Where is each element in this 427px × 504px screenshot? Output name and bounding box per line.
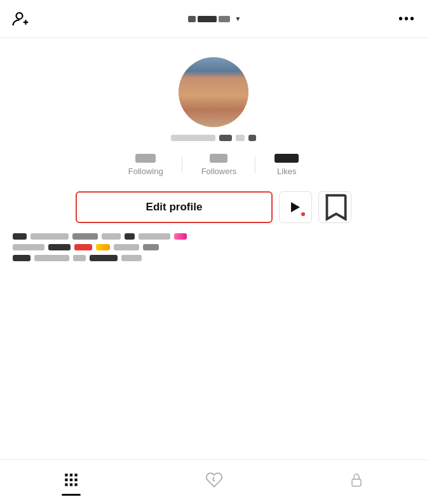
grid-icon bbox=[63, 472, 79, 488]
heart-broken-icon bbox=[205, 471, 223, 489]
svg-rect-9 bbox=[65, 483, 67, 486]
action-row: Edit profile bbox=[0, 191, 427, 223]
top-nav: ▼ ••• bbox=[0, 0, 427, 38]
following-label: Following bbox=[128, 167, 163, 176]
notification-dot bbox=[301, 212, 305, 216]
saved-button[interactable] bbox=[318, 191, 351, 223]
bookmark-icon bbox=[319, 191, 351, 223]
play-icon bbox=[291, 202, 300, 212]
video-channel-button[interactable] bbox=[279, 191, 312, 223]
username-display bbox=[171, 135, 256, 141]
svg-rect-7 bbox=[70, 478, 72, 480]
bio-line-1 bbox=[13, 233, 414, 240]
followers-count bbox=[210, 154, 227, 163]
more-options-button[interactable]: ••• bbox=[398, 11, 416, 26]
bio-line-3 bbox=[13, 255, 414, 261]
stat-likes[interactable]: Likes bbox=[255, 154, 318, 176]
username-dropdown[interactable]: ▼ bbox=[188, 15, 241, 22]
nav-item-home[interactable] bbox=[63, 472, 79, 488]
followers-label: Followers bbox=[201, 167, 237, 176]
username-blocks bbox=[188, 16, 230, 22]
nav-item-discover[interactable] bbox=[205, 471, 223, 489]
edit-profile-button[interactable]: Edit profile bbox=[76, 191, 273, 223]
lock-icon bbox=[349, 472, 364, 487]
svg-rect-4 bbox=[70, 473, 72, 476]
profile-section: Following Followers Likes Edit profile bbox=[0, 38, 427, 266]
svg-line-13 bbox=[213, 480, 215, 481]
likes-count bbox=[274, 154, 299, 163]
stats-row: Following Followers Likes bbox=[0, 154, 427, 176]
svg-rect-14 bbox=[352, 479, 361, 486]
following-count bbox=[135, 154, 156, 163]
bio-section bbox=[0, 223, 427, 266]
svg-rect-5 bbox=[74, 473, 77, 476]
likes-label: Likes bbox=[277, 167, 296, 176]
stat-following[interactable]: Following bbox=[109, 154, 182, 176]
chevron-down-icon: ▼ bbox=[235, 15, 241, 22]
add-user-button[interactable] bbox=[11, 10, 30, 29]
svg-rect-6 bbox=[65, 478, 67, 480]
bio-line-2 bbox=[13, 244, 414, 250]
avatar bbox=[179, 57, 248, 127]
svg-rect-3 bbox=[65, 473, 67, 476]
svg-rect-8 bbox=[74, 478, 77, 480]
bottom-nav bbox=[0, 460, 427, 504]
stat-followers[interactable]: Followers bbox=[182, 154, 256, 176]
nav-item-inbox[interactable] bbox=[349, 472, 364, 487]
svg-line-12 bbox=[213, 477, 214, 480]
svg-rect-11 bbox=[74, 483, 77, 486]
svg-point-0 bbox=[17, 13, 23, 19]
svg-rect-10 bbox=[70, 483, 72, 486]
